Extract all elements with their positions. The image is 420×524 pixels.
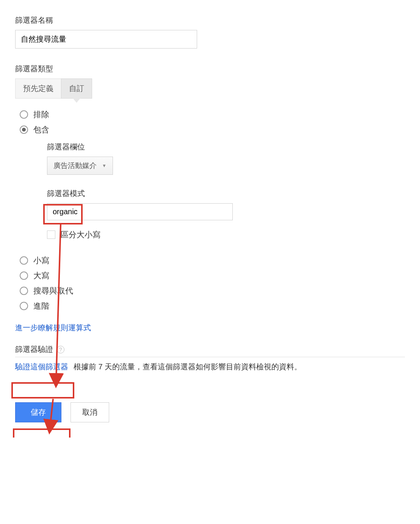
- radio-include[interactable]: [20, 126, 28, 134]
- radio-lowercase[interactable]: [20, 256, 28, 265]
- filter-field-label: 篩選器欄位: [47, 142, 405, 152]
- radio-exclude-label: 排除: [33, 109, 49, 120]
- radio-exclude[interactable]: [20, 110, 28, 119]
- cancel-button[interactable]: 取消: [71, 402, 109, 422]
- filter-verify-label: 篩選器驗證: [15, 344, 53, 355]
- radio-advanced-label: 進階: [33, 301, 49, 311]
- save-button[interactable]: 儲存: [15, 402, 61, 422]
- radio-search-replace-label: 搜尋與取代: [33, 286, 73, 296]
- filter-field-select[interactable]: 廣告活動媒介 ▼: [47, 157, 113, 175]
- verify-filter-link[interactable]: 驗證這個篩選器: [15, 362, 68, 372]
- annotation-highlight-save: [13, 428, 71, 438]
- filter-pattern-label: 篩選器模式: [47, 188, 405, 199]
- radio-search-replace[interactable]: [20, 287, 28, 295]
- radio-advanced[interactable]: [20, 302, 28, 310]
- filter-type-label: 篩選器類型: [15, 64, 405, 74]
- learn-more-link[interactable]: 進一步瞭解規則運算式: [15, 323, 91, 332]
- verify-description: 根據前 7 天的流量，查看這個篩選器如何影響目前資料檢視的資料。: [74, 362, 302, 372]
- help-icon[interactable]: ?: [57, 346, 64, 353]
- radio-uppercase[interactable]: [20, 271, 28, 280]
- filter-pattern-input[interactable]: [47, 203, 233, 220]
- filter-name-input[interactable]: [15, 30, 197, 49]
- case-sensitive-label: 區分大小寫: [61, 229, 100, 240]
- radio-lowercase-label: 小寫: [33, 255, 49, 266]
- caret-down-icon: ▼: [102, 163, 107, 168]
- case-sensitive-checkbox[interactable]: [47, 231, 55, 239]
- tab-custom[interactable]: 自訂: [61, 78, 92, 99]
- tab-predefined[interactable]: 預先定義: [15, 78, 61, 99]
- filter-name-label: 篩選器名稱: [15, 15, 405, 25]
- radio-uppercase-label: 大寫: [33, 270, 49, 281]
- radio-include-label: 包含: [33, 124, 49, 135]
- filter-field-selected: 廣告活動媒介: [53, 161, 97, 171]
- annotation-highlight-verify: [11, 382, 74, 398]
